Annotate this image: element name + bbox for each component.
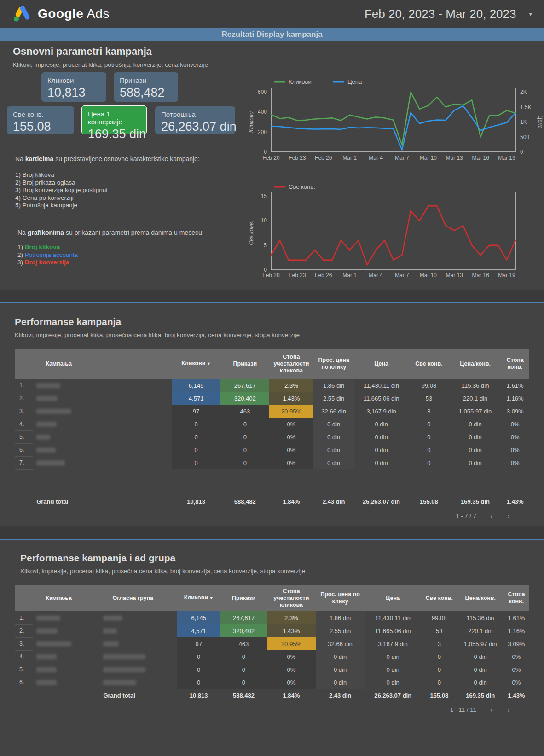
svg-text:Све конв.: Све конв. bbox=[289, 183, 315, 190]
metric-cell: 463 bbox=[220, 637, 267, 650]
column-header[interactable]: Цена bbox=[354, 349, 408, 379]
table-row: 3.9746320.95%32.66 din3,167.9 din31,055.… bbox=[15, 405, 529, 418]
row-number: 2. bbox=[15, 392, 33, 405]
column-header[interactable]: Кликови ▼ bbox=[177, 585, 220, 611]
metric-cell: 115.36 din bbox=[450, 379, 501, 392]
metric-cell: 4,571 bbox=[177, 624, 220, 637]
metric-cell: 0 din bbox=[457, 663, 503, 676]
column-header[interactable]: Стопа конв. bbox=[501, 349, 529, 379]
scorecard-potrosnja: Потрошња 26,263.07 din bbox=[155, 106, 235, 134]
grand-total-value: 1.43% bbox=[501, 495, 529, 508]
metric-cell: 11,430.11 din bbox=[354, 379, 408, 392]
grand-total-value: 2.43 din bbox=[316, 689, 365, 702]
svg-text:Све конв.: Све конв. bbox=[248, 221, 255, 245]
note-cards-list: 1) Broj klikova 2) Broj prikaza oglasa 3… bbox=[15, 171, 108, 209]
metric-cell: 3.09% bbox=[503, 637, 529, 650]
metric-cell: 11,430.11 din bbox=[365, 611, 421, 624]
column-header[interactable]: Кликови ▼ bbox=[172, 349, 220, 379]
metric-cell: 0 din bbox=[316, 663, 365, 676]
column-header[interactable]: Стопа конв. bbox=[503, 585, 529, 611]
chevron-right-icon[interactable]: › bbox=[507, 707, 510, 713]
metric-cell: 0 bbox=[177, 676, 220, 689]
column-header[interactable]: Све конв. bbox=[421, 585, 457, 611]
grand-total-value: 1.43% bbox=[503, 689, 529, 702]
column-header[interactable]: Прос. цена по клику bbox=[316, 585, 365, 611]
section-osnovni-parametri: Osnovni parametri kampanja Klikovi, impr… bbox=[0, 41, 544, 290]
table-header-row: КампањаОгласна групаКликови ▼ПриказиСтоп… bbox=[15, 585, 529, 611]
empty-cell bbox=[15, 689, 33, 702]
row-number: 6. bbox=[15, 443, 33, 456]
table-row: 2.4,571320,4021.43%2.55 din11,665.06 din… bbox=[15, 624, 529, 637]
metric-cell: 0% bbox=[503, 650, 529, 663]
svg-text:Mar 4: Mar 4 bbox=[369, 155, 383, 161]
grand-total-row: Grand total10,813588,4821.84%2.43 din26,… bbox=[15, 495, 529, 508]
metric-cell: 0% bbox=[501, 418, 529, 430]
grand-total-label: Grand total bbox=[99, 689, 177, 702]
metric-cell: 0 din bbox=[365, 650, 421, 663]
svg-text:Mar 19: Mar 19 bbox=[498, 155, 515, 161]
metric-cell: 3.09% bbox=[501, 405, 529, 418]
metric-cell: 0 bbox=[421, 663, 457, 676]
row-number: 1. bbox=[15, 379, 33, 392]
column-header[interactable]: Кампања bbox=[33, 349, 172, 379]
chevron-left-icon[interactable]: ‹ bbox=[490, 513, 493, 519]
svg-text:10: 10 bbox=[261, 217, 267, 224]
metric-cell: 0 bbox=[220, 456, 269, 469]
column-header[interactable]: Огласна група bbox=[99, 585, 177, 611]
svg-text:Mar 13: Mar 13 bbox=[446, 272, 463, 279]
list-item: 2) Broj prikaza oglasa bbox=[15, 179, 108, 187]
metric-cell: 6,145 bbox=[172, 379, 220, 392]
column-header[interactable]: Стопа учесталости кликова bbox=[267, 585, 316, 611]
metric-cell: 0% bbox=[267, 676, 316, 689]
list-item: 2) Potrošnja accounta bbox=[17, 251, 78, 259]
metric-cell: 0 bbox=[220, 676, 267, 689]
metric-cell: 320,402 bbox=[220, 392, 269, 405]
adgroup-name-redacted bbox=[99, 676, 177, 689]
metric-cell: 0% bbox=[501, 456, 529, 469]
grand-total-value: 1.84% bbox=[267, 689, 316, 702]
metric-cell: 1.16% bbox=[503, 624, 529, 637]
table-row: 4.000%0 din0 din00 din0% bbox=[15, 418, 529, 430]
table-row: 3.9746320.95%32.66 din3,167.9 din31,055.… bbox=[15, 637, 529, 650]
svg-text:Feb 20: Feb 20 bbox=[262, 272, 280, 279]
logo-wordmark: Google Ads bbox=[38, 6, 110, 21]
chevron-left-icon[interactable]: ‹ bbox=[490, 707, 493, 713]
campaign-name-redacted bbox=[33, 379, 172, 392]
metric-cell: 0 bbox=[220, 443, 269, 456]
row-number: 5. bbox=[15, 430, 33, 443]
column-header[interactable]: Све конв. bbox=[408, 349, 449, 379]
metric-cell: 0 din bbox=[354, 456, 408, 469]
empty-cell bbox=[33, 689, 99, 702]
svg-text:Mar 10: Mar 10 bbox=[420, 155, 437, 161]
metric-cell: 97 bbox=[172, 405, 220, 418]
metric-cell: 99.08 bbox=[421, 611, 457, 624]
metric-cell: 1.16% bbox=[501, 392, 529, 405]
svg-text:0: 0 bbox=[264, 149, 267, 155]
table-header-row: КампањаКликови ▼ПриказиСтопа учесталости… bbox=[15, 349, 529, 379]
column-header[interactable]: Кампања bbox=[33, 585, 99, 611]
section-divider bbox=[0, 290, 544, 303]
column-header[interactable]: Стопа учесталости кликова bbox=[269, 349, 313, 379]
chevron-right-icon[interactable]: › bbox=[507, 513, 510, 519]
metric-cell: 2.55 din bbox=[313, 392, 354, 405]
column-header[interactable]: Прикази bbox=[220, 349, 269, 379]
date-range-picker[interactable]: Feb 20, 2023 - Mar 20, 2023 ▾ bbox=[365, 7, 532, 21]
grand-total-value: 169.35 din bbox=[457, 689, 503, 702]
svg-text:2K: 2K bbox=[520, 89, 527, 95]
section-subtitle: Klikovi, impresije, procenat klika, pros… bbox=[15, 331, 529, 338]
column-header[interactable]: Цена bbox=[365, 585, 421, 611]
column-header[interactable]: Прикази bbox=[220, 585, 267, 611]
metric-cell: 0 bbox=[220, 650, 267, 663]
campaign-table: КампањаКликови ▼ПриказиСтопа учесталости… bbox=[15, 349, 529, 508]
google-ads-icon bbox=[12, 5, 32, 23]
column-header[interactable]: Прос. цена по клику bbox=[313, 349, 354, 379]
row-number: 6. bbox=[15, 676, 33, 689]
grand-total-value: 10,813 bbox=[177, 689, 220, 702]
svg-text:Цена: Цена bbox=[537, 116, 544, 129]
spacer-row bbox=[15, 469, 529, 495]
metric-cell: 1,055.97 din bbox=[457, 637, 503, 650]
column-header[interactable]: Цена/конв. bbox=[450, 349, 501, 379]
svg-text:Feb 26: Feb 26 bbox=[315, 272, 332, 279]
column-header[interactable]: Цена/конв. bbox=[457, 585, 503, 611]
table-row: 2.4,571320,4021.43%2.55 din11,665.06 din… bbox=[15, 392, 529, 405]
